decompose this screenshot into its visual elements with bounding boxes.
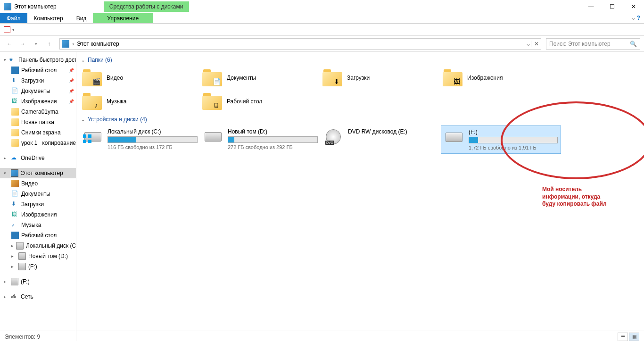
drive-label: DVD RW дисковод (E:) bbox=[348, 128, 438, 135]
folder-icon: 📄 bbox=[202, 69, 222, 86]
folder-label: Музыка bbox=[107, 98, 126, 105]
tree-pc-desktop[interactable]: Рабочий стол bbox=[0, 230, 76, 241]
up-button[interactable]: ↑ bbox=[43, 38, 55, 50]
title-bar: Этот компьютер Средства работы с дисками… bbox=[0, 0, 644, 13]
drive-icon bbox=[444, 129, 464, 146]
breadcrumb-sep-icon: › bbox=[72, 41, 74, 47]
tree-desktop[interactable]: Рабочий стол📌 bbox=[0, 65, 76, 75]
view-details-button[interactable]: ☰ bbox=[618, 333, 628, 341]
folder-item[interactable]: 🎬Видео bbox=[80, 66, 200, 90]
folder-item[interactable]: 📄Документы bbox=[200, 66, 321, 90]
forward-button[interactable]: → bbox=[17, 38, 28, 50]
drive-capacity-bar bbox=[469, 137, 558, 143]
status-count: Элементов: 9 bbox=[5, 334, 40, 340]
back-button[interactable]: ← bbox=[4, 38, 15, 50]
drive-item[interactable]: Новый том (D:)272 ГБ свободно из 292 ГБ bbox=[200, 125, 321, 154]
tree-pc-f[interactable]: ▸(F:) bbox=[0, 261, 76, 272]
tree-onedrive[interactable]: ▸☁OneDrive bbox=[0, 153, 76, 163]
menu-view[interactable]: Вид bbox=[70, 13, 93, 23]
drive-icon: DVD bbox=[323, 128, 343, 145]
group-folders-header[interactable]: ⌄ Папки (6) bbox=[80, 54, 640, 66]
qa-dropdown-icon[interactable]: ▾ bbox=[12, 27, 15, 32]
drive-item[interactable]: Локальный диск (C:)116 ГБ свободно из 17… bbox=[80, 125, 200, 154]
drive-icon bbox=[83, 128, 103, 145]
quick-access-bar: ▾ bbox=[0, 24, 644, 36]
address-dropdown-icon[interactable]: ⌵ bbox=[527, 41, 530, 47]
tree-network[interactable]: ▸🖧Сеть bbox=[0, 292, 76, 302]
folder-icon: 🖼 bbox=[443, 69, 462, 86]
collapse-icon: ⌄ bbox=[81, 58, 85, 63]
tree-pc-music[interactable]: ♪Музыка bbox=[0, 220, 76, 230]
address-icon bbox=[62, 40, 69, 48]
view-tiles-button[interactable]: ▦ bbox=[629, 333, 639, 341]
pin-icon: 📌 bbox=[69, 89, 74, 93]
tree-documents[interactable]: 📄Документы📌 bbox=[0, 86, 76, 96]
tree-pc-pictures[interactable]: 🖼Изображения bbox=[0, 209, 76, 220]
tree-pc-d[interactable]: ▸Новый том (D:) bbox=[0, 251, 76, 261]
breadcrumb-root[interactable]: Этот компьютер bbox=[77, 41, 119, 47]
window-icon bbox=[4, 3, 11, 10]
tree-pictures[interactable]: 🖼Изображения📌 bbox=[0, 96, 76, 107]
maximize-button[interactable]: ☐ bbox=[602, 0, 623, 13]
tree-lesson[interactable]: урок 1_ копирование bbox=[0, 138, 76, 148]
folder-icon: 🎬 bbox=[82, 69, 102, 86]
nav-bar: ← → ▾ ↑ › Этот компьютер ⌵ ✕ Поиск: Этот… bbox=[0, 36, 644, 52]
folder-item[interactable]: 🖼Изображения bbox=[441, 66, 561, 90]
collapse-icon: ⌄ bbox=[81, 117, 85, 122]
folder-icon: ⬇ bbox=[322, 69, 342, 86]
ribbon-context-tab[interactable]: Средства работы с дисками bbox=[104, 1, 189, 12]
refresh-button[interactable]: ✕ bbox=[531, 41, 539, 47]
tree-pc-downloads[interactable]: ⬇Загрузки bbox=[0, 199, 76, 209]
content-area: ⌄ Папки (6) 🎬Видео📄Документы⬇Загрузки🖼Из… bbox=[76, 52, 644, 341]
ribbon-expand-icon[interactable]: ⌵ bbox=[632, 15, 635, 21]
folder-label: Видео bbox=[107, 75, 123, 81]
help-icon[interactable]: ? bbox=[637, 15, 640, 21]
tree-screenshots[interactable]: Снимки экрана bbox=[0, 127, 76, 138]
folder-label: Загрузки bbox=[347, 75, 370, 81]
pin-icon: 📌 bbox=[69, 99, 74, 104]
menu-file[interactable]: Файл bbox=[0, 13, 27, 23]
pin-icon: 📌 bbox=[69, 78, 74, 83]
tree-f-drive[interactable]: ▸(F:) bbox=[0, 276, 76, 287]
tree-pc-video[interactable]: Видео bbox=[0, 178, 76, 189]
drive-label: Новый том (D:) bbox=[228, 128, 318, 135]
address-bar[interactable]: › Этот компьютер ⌵ ✕ bbox=[59, 38, 541, 50]
tree-downloads[interactable]: ⬇Загрузки📌 bbox=[0, 75, 76, 86]
tree-pc-documents[interactable]: 📄Документы bbox=[0, 189, 76, 199]
search-placeholder: Поиск: Этот компьютер bbox=[549, 41, 611, 47]
tree-camera[interactable]: Camera01yma bbox=[0, 107, 76, 117]
tree-pc-c[interactable]: ▸Локальный диск (C:) bbox=[0, 241, 76, 251]
folder-item[interactable]: ♪Музыка bbox=[80, 90, 200, 113]
folder-label: Рабочий стол bbox=[227, 98, 262, 105]
drive-capacity-bar bbox=[107, 136, 198, 143]
recent-dropdown-icon[interactable]: ▾ bbox=[30, 38, 41, 50]
drive-label: Локальный диск (C:) bbox=[107, 128, 198, 135]
qa-checkbox-icon[interactable] bbox=[4, 26, 10, 33]
folder-item[interactable]: ⬇Загрузки bbox=[321, 66, 441, 90]
drive-free-text: 116 ГБ свободно из 172 ГБ bbox=[107, 144, 198, 150]
navigation-tree: ▾★Панель быстрого доступа Рабочий стол📌 … bbox=[0, 52, 76, 341]
close-button[interactable]: ✕ bbox=[623, 0, 644, 13]
drive-free-text: 1,72 ГБ свободно из 1,91 ГБ bbox=[469, 145, 558, 150]
drive-label: (F:) bbox=[469, 129, 558, 135]
folder-icon: 🖥 bbox=[202, 93, 222, 110]
tree-newfolder[interactable]: Новая папка bbox=[0, 117, 76, 127]
menu-computer[interactable]: Компьютер bbox=[27, 13, 70, 23]
drive-free-text: 272 ГБ свободно из 292 ГБ bbox=[228, 144, 318, 150]
folder-label: Документы bbox=[227, 75, 256, 81]
menu-manage[interactable]: Управление bbox=[93, 13, 153, 23]
drive-item[interactable]: DVDDVD RW дисковод (E:) bbox=[321, 125, 441, 154]
folder-icon: ♪ bbox=[82, 93, 102, 110]
menu-bar: Файл Компьютер Вид Управление ⌵ ? bbox=[0, 13, 644, 24]
annotation-text: Мой носитель информации, откуда буду коп… bbox=[542, 186, 607, 208]
drive-item[interactable]: (F:)1,72 ГБ свободно из 1,91 ГБ bbox=[441, 125, 561, 154]
search-icon: 🔍 bbox=[630, 41, 637, 47]
tree-quick-access[interactable]: ▾★Панель быстрого доступа bbox=[0, 55, 76, 65]
group-drives-header[interactable]: ⌄ Устройства и диски (4) bbox=[80, 113, 640, 125]
minimize-button[interactable]: — bbox=[580, 0, 602, 13]
search-input[interactable]: Поиск: Этот компьютер 🔍 bbox=[546, 38, 640, 50]
folder-label: Изображения bbox=[467, 75, 503, 81]
tree-thispc[interactable]: ▾Этот компьютер bbox=[0, 168, 76, 178]
folder-item[interactable]: 🖥Рабочий стол bbox=[200, 90, 321, 113]
pin-icon: 📌 bbox=[69, 68, 74, 73]
